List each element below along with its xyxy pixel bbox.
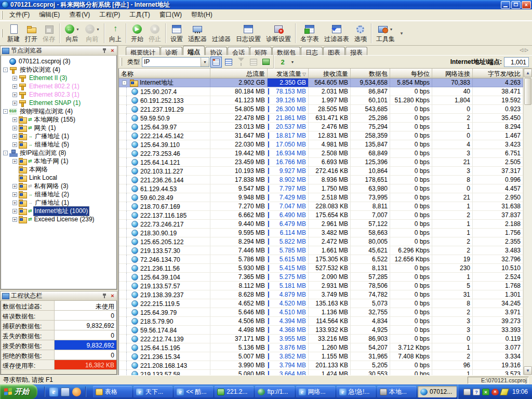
tree-item[interactable]: + ⇄ Internet地址 (1000) xyxy=(1,207,116,215)
taskbar-window-button[interactable]: ftp://1... xyxy=(255,386,294,397)
table-row[interactable]: 219.133.57.30 7.446 MB 5.785 MB 1.661 MB… xyxy=(119,246,523,255)
table-row[interactable]: 125.64.39.97 23.013 MB 20.537 MB 2.476 M… xyxy=(119,123,523,131)
tree-expander-icon[interactable]: + xyxy=(12,217,17,222)
toolbar-button[interactable]: →▼ 向前 xyxy=(82,23,102,44)
view-tab[interactable]: 端点 xyxy=(183,46,205,55)
tree-item[interactable]: 070121.cscproj (3) xyxy=(1,57,116,65)
export-button[interactable] xyxy=(260,57,272,68)
refresh-button[interactable]: 2 xyxy=(277,57,288,68)
restore-button[interactable] xyxy=(511,1,521,9)
taskbar-window-button[interactable]: 表格 xyxy=(93,386,132,397)
tree-expander-icon[interactable]: - xyxy=(3,109,8,114)
taskbar-window-button[interactable]: e 急!急!... xyxy=(337,386,376,397)
filter-node-button[interactable] xyxy=(235,57,247,68)
table-row[interactable]: 221.236.11.56 5.930 MB 5.415 MB 527.532 … xyxy=(119,264,523,273)
toolbar-button[interactable]: ↑▼ 向上 xyxy=(107,23,124,44)
combobox-dropdown-icon[interactable]: ▼ xyxy=(201,58,209,66)
tree-item[interactable]: + Ethernet II (3) xyxy=(1,74,116,82)
toolbar-button[interactable]: ▼ 选项 xyxy=(352,23,369,44)
tree-item[interactable]: + ⇄ 私有网络 (3) xyxy=(1,182,116,190)
tree-expander-icon[interactable]: + xyxy=(12,101,17,105)
ie-quicklaunch-icon[interactable]: e xyxy=(49,388,58,396)
table-row[interactable]: 221.236.26.144 17.838 MB 8.902 MB 8.936 … xyxy=(119,176,523,184)
table-row[interactable]: 222.215.119.5 4.652 MB 4.520 MB 135.163 … xyxy=(119,299,523,308)
toolbar-overflow-icon[interactable]: ▼ xyxy=(400,31,404,36)
toolbar-button[interactable]: ▼ 新建 xyxy=(5,23,22,44)
tree-expander-icon[interactable]: + xyxy=(12,209,17,214)
vertical-scrollbar[interactable]: ▲ ▼ xyxy=(523,69,532,375)
table-row[interactable]: 125.64.39.110 22.030 MB 17.050 MB 4.981 … xyxy=(119,140,523,149)
close-button[interactable]: × xyxy=(522,1,531,9)
scroll-down-icon[interactable]: ▼ xyxy=(524,366,532,375)
pin-icon[interactable] xyxy=(101,292,108,299)
menu-item[interactable]: 工程(P) xyxy=(95,9,125,21)
view-tab[interactable]: 报表 xyxy=(345,47,367,55)
toolbar-button[interactable]: ▼ 工具集 xyxy=(374,23,397,44)
menubar-grip[interactable] xyxy=(1,11,3,19)
tree-expander-icon[interactable]: + xyxy=(12,84,17,89)
table-row[interactable]: 59.59.50.9 22.478 MB 21.861 MB 631.471 K… xyxy=(119,114,523,123)
scroll-up-icon[interactable]: ▲ xyxy=(524,69,532,77)
table-row[interactable]: 218.70.67.169 7.270 MB 7.047 MB 228.083 … xyxy=(119,202,523,211)
table-column-header[interactable]: 每秒位▽ xyxy=(390,69,432,78)
tree-expander-icon[interactable]: - xyxy=(3,68,8,72)
tab-scroll-arrows[interactable]: ◁▷ xyxy=(520,47,530,52)
menu-item[interactable]: 查看(V) xyxy=(64,9,95,21)
table-row[interactable]: 60.191.252.133 41.123 MB 39.126 MB 1.997… xyxy=(119,96,523,105)
tree-item[interactable]: + ⇄ 本地子网 (1) xyxy=(1,157,116,165)
toolbar-button[interactable]: ▼ 过滤器 xyxy=(209,23,233,44)
tree-item[interactable]: Link Local xyxy=(1,174,116,182)
table-row[interactable]: 222.212.74.139 37.171 MB 3.955 MB 33.216… xyxy=(119,335,523,343)
toolbar-button[interactable]: ▼ 设置 xyxy=(168,23,185,44)
taskbar-window-button[interactable]: e 网络... xyxy=(296,386,335,397)
tree-expander-icon[interactable]: + xyxy=(12,76,17,81)
tree-item[interactable]: - 按物理端点浏览 (4) xyxy=(1,107,116,115)
menu-item[interactable]: 工具(T) xyxy=(125,9,154,21)
detail-view-button[interactable] xyxy=(223,57,234,68)
table-row[interactable]: 221.208.168.143 3.990 MB 3.794 MB 201.13… xyxy=(119,361,523,370)
table-row[interactable]: 221.237.191.29 54.805 MB 26.300 MB 28.50… xyxy=(119,105,523,114)
ime-tray-icon[interactable] xyxy=(500,389,509,395)
table-column-header[interactable]: 数据包▽ xyxy=(351,69,390,78)
tree-expander-icon[interactable]: + xyxy=(12,201,17,205)
toolbar-button[interactable]: ▼ 保存 xyxy=(40,23,58,44)
table-row[interactable]: 125.64.39.79 5.646 MB 4.510 MB 1.136 MB … xyxy=(119,308,523,317)
tree-expander-icon[interactable]: + xyxy=(12,159,17,164)
tree-item[interactable]: + ⇄ Exceed License (239) xyxy=(1,215,116,223)
toolbar-button[interactable]: ▼ 名字表 xyxy=(298,23,322,44)
table-row[interactable]: 218.5.79.90 4.506 MB 4.394 MB 114.564 KB… xyxy=(119,317,523,326)
security-shield-tray-icon[interactable]: × xyxy=(491,389,499,395)
tree-expander-icon[interactable]: + xyxy=(12,184,17,189)
start-button[interactable]: 开始 xyxy=(0,384,37,399)
table-row[interactable]: 59.60.28.49 9.948 MB 7.429 MB 2.518 MB 7… xyxy=(119,193,523,202)
toolbar-button[interactable]: ▼ 日志设置 xyxy=(233,23,263,44)
scrollbar-thumb[interactable] xyxy=(524,78,531,105)
toolbar-button[interactable]: ▼ 诊断设置 xyxy=(263,23,294,44)
view-tab[interactable]: 日志 xyxy=(301,47,323,55)
tree-expander-icon[interactable]: - xyxy=(3,151,8,155)
table-row[interactable]: 219.138.39.237 8.628 MB 4.879 MB 3.749 M… xyxy=(119,290,523,299)
toolbar-button[interactable]: ▼ 打开 xyxy=(22,23,40,44)
desktop-quicklaunch-icon[interactable] xyxy=(61,388,70,396)
tree-item[interactable]: + Ethernet 802.2 (1) xyxy=(1,82,116,90)
dropdown-arrow-icon[interactable]: ▼ xyxy=(76,28,79,31)
tree-view-toggle-button[interactable] xyxy=(210,57,222,68)
table-row[interactable]: -Internet地址 2.902 GB 2.350 GB 564.605 MB… xyxy=(119,78,523,87)
menu-item[interactable]: 编辑(E) xyxy=(34,9,64,21)
tree-item[interactable]: - 按协议浏览 (4) xyxy=(1,65,116,74)
table-column-header[interactable]: 发送流量▽ xyxy=(268,69,309,78)
panel-close-icon[interactable]: × xyxy=(109,47,116,54)
table-row[interactable]: 61.129.44.53 9.547 MB 7.797 MB 1.750 MB … xyxy=(119,184,523,193)
tree-item[interactable]: 本网络 xyxy=(1,165,116,174)
type-combobox[interactable]: IP ▼ xyxy=(142,57,209,67)
tree-item[interactable]: + Ethernet 802.3 (1) xyxy=(1,90,116,99)
taskbar-window-button[interactable]: e << 酷... xyxy=(174,386,213,397)
minimize-button[interactable] xyxy=(501,1,510,9)
table-column-header[interactable]: 总流量▽ xyxy=(210,69,268,78)
view-tab[interactable]: 矩阵 xyxy=(250,47,272,55)
toolbar-grip[interactable] xyxy=(1,29,3,37)
table-column-header[interactable]: 接收流量▽ xyxy=(309,69,351,78)
taskbar-window-button[interactable]: e 天下... xyxy=(134,386,172,397)
mediaplayer-quicklaunch-icon[interactable] xyxy=(72,388,81,396)
tree-expander-icon[interactable]: + xyxy=(12,142,17,147)
